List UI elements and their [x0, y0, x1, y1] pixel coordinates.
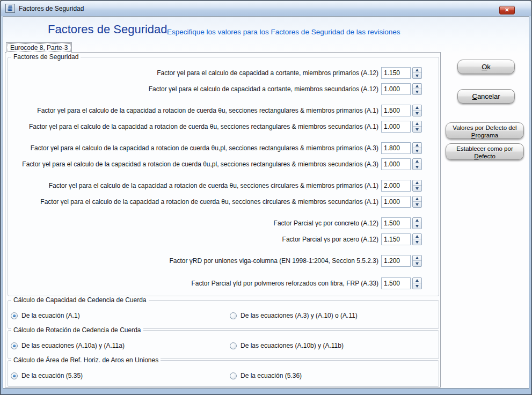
factor-label: Factor γel para el calculo de capacidad …: [9, 67, 378, 79]
program-defaults-button[interactable]: Valores por Defecto del Programa: [446, 122, 524, 139]
factor-value-input[interactable]: 1.000: [381, 83, 411, 95]
page-title: Factores de Seguridad: [48, 23, 167, 36]
tab-eurocode-8-parte-3[interactable]: Eurocode 8, Parte-3: [6, 42, 72, 53]
cancel-button[interactable]: Cancelar: [457, 89, 515, 104]
factor-spinner[interactable]: [412, 105, 422, 116]
spinner-down-button[interactable]: [413, 186, 421, 191]
close-button[interactable]: ✕: [499, 6, 515, 14]
arrow-down-icon: [416, 203, 419, 206]
factor-row: Factor γel para el calculo de la capacid…: [8, 196, 439, 208]
factor-value-input[interactable]: 1.500: [381, 105, 411, 116]
spinner-up-button[interactable]: [413, 143, 421, 148]
factor-row: Factor γel para el calculo de la capacid…: [8, 180, 439, 192]
arrow-down-icon: [416, 166, 419, 169]
spinner-down-button[interactable]: [413, 89, 421, 94]
factor-value-input[interactable]: 1.150: [381, 67, 411, 79]
factor-spinner[interactable]: [412, 217, 422, 229]
group-title: Cálculo de Área de Ref. Horiz. de Aros e…: [11, 356, 161, 364]
set-as-default-button[interactable]: Establecer como por Defecto: [446, 143, 524, 160]
radio-option[interactable]: De la ecuación (5.35): [11, 371, 83, 380]
spinner-up-button[interactable]: [413, 218, 421, 223]
spinner-down-button[interactable]: [413, 164, 421, 170]
ok-button[interactable]: Ok: [457, 60, 515, 74]
radio-option[interactable]: De las ecuaciones (A.10b) y (A.11b): [230, 341, 344, 350]
spinner-down-button[interactable]: [413, 111, 421, 116]
spinner-up-button[interactable]: [413, 68, 421, 73]
arrow-up-icon: [416, 106, 419, 109]
factor-row: Factor γRD por uniones viga-columna (EN …: [8, 255, 439, 267]
factors-groupbox: Factores de Seguridad Factor γel para el…: [8, 57, 439, 296]
factor-value-input[interactable]: 1.800: [381, 142, 411, 154]
spinner-down-button[interactable]: [413, 73, 421, 78]
factor-label: Factor γel para el calculo de la capacid…: [9, 121, 378, 133]
factor-label: Factor γel para el calculo de la capacid…: [9, 158, 378, 170]
arrow-up-icon: [416, 279, 419, 282]
spinner-up-button[interactable]: [413, 278, 421, 283]
spinner-down-button[interactable]: [413, 202, 421, 207]
radio-label: De la ecuación (5.35): [21, 372, 83, 379]
factor-spinner[interactable]: [412, 121, 422, 133]
factor-value-input[interactable]: 1.500: [381, 277, 411, 289]
radio-option[interactable]: De las ecuaciones (A.3) y (A.10) o (A.11…: [230, 311, 358, 320]
spinner-down-button[interactable]: [413, 283, 421, 289]
arrow-down-icon: [416, 285, 419, 288]
arrow-down-icon: [416, 75, 419, 77]
radio-groupbox: Cálculo de Rotación de Cedencia de Cuerd…: [8, 330, 439, 359]
radio-groupbox: Cálculo de Área de Ref. Horiz. de Aros e…: [8, 360, 439, 387]
radio-option[interactable]: De la ecuación (A.1): [11, 311, 80, 320]
radio-icon[interactable]: [11, 372, 18, 379]
factor-row: Factor γel para el calculo de capacidad …: [8, 83, 439, 95]
close-icon: ✕: [505, 7, 509, 13]
factor-spinner[interactable]: [412, 233, 422, 245]
factor-spinner[interactable]: [412, 277, 422, 289]
factor-label: Factor Parcial γc por concreto (A.12): [9, 217, 378, 229]
radio-option[interactable]: De las ecuaciones (A.10a) y (A.11a): [11, 341, 125, 350]
radio-option[interactable]: De la ecuación (5.36): [230, 371, 302, 380]
factor-spinner[interactable]: [412, 158, 422, 170]
factor-row: Factor Parcial γfd por polvmeros reforza…: [8, 277, 439, 289]
spinner-up-button[interactable]: [413, 255, 421, 261]
spinner-down-button[interactable]: [413, 239, 421, 245]
factor-spinner[interactable]: [412, 196, 422, 208]
arrow-up-icon: [416, 198, 419, 200]
factor-spinner[interactable]: [412, 255, 422, 267]
factor-row: Factor γel para el calculo de la capacid…: [8, 142, 439, 154]
radio-groupbox: Cálculo de Capacidad de Cedencia de Cuer…: [8, 300, 439, 329]
radio-label: De las ecuaciones (A.3) y (A.10) o (A.11…: [241, 312, 358, 319]
factor-value-input[interactable]: 1.200: [381, 255, 411, 267]
spinner-up-button[interactable]: [413, 196, 421, 202]
factor-value-input[interactable]: 1.000: [381, 121, 411, 133]
factor-value-input[interactable]: 1.000: [381, 158, 411, 170]
factor-spinner[interactable]: [412, 83, 422, 95]
radio-icon[interactable]: [230, 312, 237, 319]
factor-row: Factor γel para el calculo de la capacid…: [8, 105, 439, 116]
factor-value-input[interactable]: 2.000: [381, 180, 411, 192]
factor-spinner[interactable]: [412, 142, 422, 154]
arrow-down-icon: [416, 91, 419, 93]
radio-icon[interactable]: [11, 342, 18, 349]
radio-icon[interactable]: [230, 372, 237, 379]
factors-groupbox-title: Factores de Seguridad: [11, 53, 81, 61]
spinner-up-button[interactable]: [413, 105, 421, 111]
spinner-down-button[interactable]: [413, 223, 421, 229]
title-bar[interactable]: Factores de Seguridad ✕: [1, 1, 531, 16]
factor-label: Factor Parcial γfd por polvmeros reforza…: [9, 277, 378, 289]
factor-spinner[interactable]: [412, 180, 422, 192]
factor-value-input[interactable]: 1.500: [381, 217, 411, 229]
factor-label: Factor γel para el calculo de la capacid…: [9, 196, 378, 208]
spinner-up-button[interactable]: [413, 159, 421, 164]
spinner-up-button[interactable]: [413, 84, 421, 89]
factor-value-input[interactable]: 1.150: [381, 233, 411, 245]
spinner-up-button[interactable]: [413, 121, 421, 127]
spinner-down-button[interactable]: [413, 148, 421, 153]
radio-icon[interactable]: [11, 312, 18, 319]
spinner-up-button[interactable]: [413, 180, 421, 186]
arrow-down-icon: [416, 150, 419, 152]
factor-value-input[interactable]: 1.000: [381, 196, 411, 208]
factor-spinner[interactable]: [412, 67, 422, 79]
factor-label: Factor γel para el calculo de capacidad …: [9, 83, 378, 95]
radio-icon[interactable]: [230, 342, 237, 349]
spinner-down-button[interactable]: [413, 261, 421, 266]
spinner-up-button[interactable]: [413, 234, 421, 239]
spinner-down-button[interactable]: [413, 127, 421, 132]
